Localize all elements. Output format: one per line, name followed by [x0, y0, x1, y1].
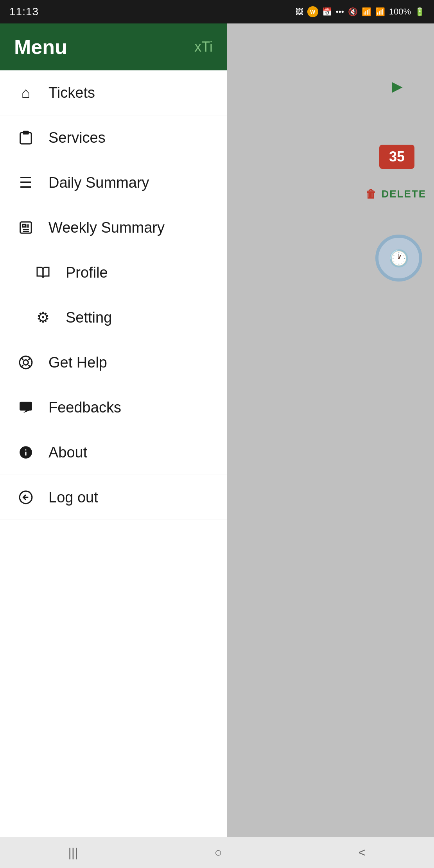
services-label: Services [48, 129, 106, 146]
daily-summary-label: Daily Summary [48, 174, 149, 191]
navigation-bar: ||| ○ < [0, 837, 434, 868]
back-icon: < [359, 845, 366, 860]
back-button[interactable]: < [347, 841, 378, 864]
clipboard-icon [14, 130, 38, 145]
wear-icon: W [307, 6, 318, 17]
svg-rect-17 [25, 452, 26, 456]
svg-line-10 [22, 358, 23, 360]
home-nav-icon: ○ [214, 845, 222, 860]
menu-item-services[interactable]: Services [0, 115, 227, 160]
menu-item-tickets[interactable]: ⌂ Tickets [0, 70, 227, 115]
recent-apps-button[interactable]: ||| [57, 841, 90, 864]
clock-icon: 🕐 [389, 249, 409, 268]
menu-item-weekly-summary[interactable]: Weekly Summary [0, 205, 227, 250]
menu-item-logout[interactable]: Log out [0, 475, 227, 520]
svg-point-9 [23, 360, 29, 365]
svg-line-13 [29, 358, 30, 360]
info-icon [14, 445, 38, 460]
menu-item-profile[interactable]: Profile [0, 250, 227, 295]
battery-display: 100% [389, 7, 411, 17]
setting-label: Setting [66, 309, 112, 326]
clock-circle: 🕐 [375, 235, 422, 282]
status-bar: 11:13 🖼 W 📅 ••• 🔇 📶 📶 100% 🔋 [0, 0, 434, 23]
lines-icon: ☰ [14, 174, 38, 191]
menu-list: ⌂ Tickets Services ☰ Daily Summary [0, 70, 227, 837]
book-icon [31, 265, 55, 280]
weekly-summary-label: Weekly Summary [48, 219, 165, 236]
menu-item-about[interactable]: About [0, 430, 227, 475]
home-icon: ⌂ [14, 84, 38, 101]
badge-count: 35 [379, 145, 414, 169]
navigation-drawer: Menu xTi ⌂ Tickets Services ☰ Daily Summ… [0, 23, 227, 837]
svg-point-16 [25, 449, 26, 450]
time-display: 11:13 [9, 5, 39, 18]
svg-rect-14 [20, 402, 32, 411]
delete-label: DELETE [381, 188, 426, 200]
app-header: Menu xTi [0, 23, 227, 70]
chat-icon [14, 400, 38, 415]
arrow-icon: ▶ [392, 78, 403, 95]
delete-button[interactable]: 🗑 DELETE [366, 188, 426, 201]
menu-item-feedbacks[interactable]: Feedbacks [0, 385, 227, 430]
photo-icon: 🖼 [296, 7, 303, 16]
more-icon: ••• [336, 7, 344, 16]
mute-icon: 🔇 [348, 7, 358, 16]
calendar-icon: 📅 [322, 7, 332, 16]
about-label: About [48, 444, 87, 461]
wifi-icon: 📶 [362, 7, 371, 16]
newspaper-icon [14, 220, 38, 235]
menu-item-get-help[interactable]: Get Help [0, 340, 227, 385]
svg-rect-3 [23, 224, 25, 227]
trash-icon: 🗑 [366, 188, 377, 201]
svg-line-12 [22, 365, 23, 367]
logout-label: Log out [48, 489, 98, 506]
signal-icon: 📶 [375, 7, 385, 16]
profile-label: Profile [66, 264, 108, 281]
svg-line-11 [29, 365, 30, 367]
app-abbreviation: xTi [194, 39, 213, 55]
home-button[interactable]: ○ [203, 841, 233, 864]
recent-apps-icon: ||| [68, 845, 78, 860]
app-title: Menu [14, 35, 67, 59]
menu-item-setting[interactable]: ⚙ Setting [0, 295, 227, 340]
status-icons: 🖼 W 📅 ••• 🔇 📶 📶 100% 🔋 [296, 6, 425, 17]
battery-icon: 🔋 [415, 7, 425, 16]
get-help-label: Get Help [48, 354, 107, 371]
gear-icon: ⚙ [31, 309, 55, 326]
tickets-label: Tickets [48, 84, 95, 101]
menu-item-daily-summary[interactable]: ☰ Daily Summary [0, 160, 227, 205]
logout-icon [14, 490, 38, 505]
help-icon [14, 355, 38, 370]
feedbacks-label: Feedbacks [48, 399, 121, 416]
